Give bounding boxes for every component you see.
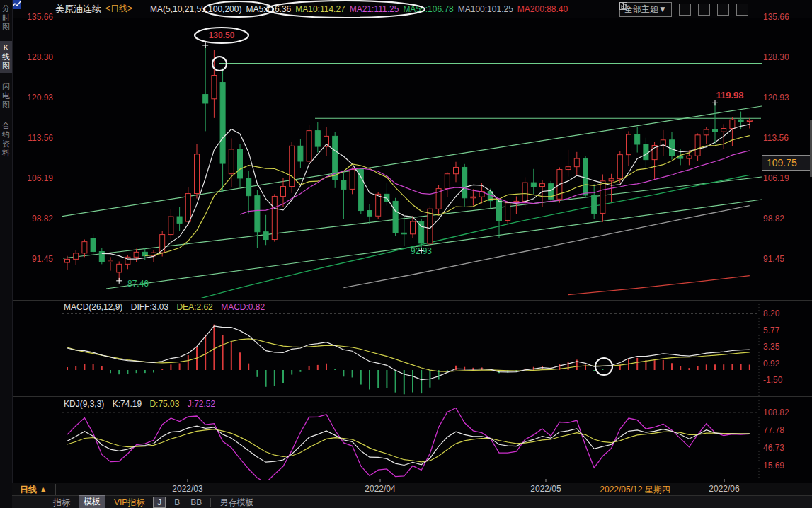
- ma100-value: MA100:101.25: [458, 4, 513, 14]
- kdj-axis-label: 15.69: [763, 461, 784, 471]
- sidebar-item-kline[interactable]: K线图: [0, 41, 12, 73]
- macd-axis-label: 0.92: [763, 359, 779, 369]
- price-axis-label-left: 98.82: [11, 214, 53, 224]
- sidebar-item-timeshare[interactable]: 分时图: [0, 2, 12, 34]
- candle-body: [99, 252, 104, 262]
- candle-body: [195, 154, 200, 194]
- macd-axis-label: -1.50: [763, 375, 782, 385]
- ma-settings-label: MA(5,10,21,55,100,200): [150, 4, 241, 14]
- kdj-j-value: J:72.52: [188, 399, 215, 409]
- macd-diff-value: DIFF:3.03: [131, 302, 168, 312]
- tab-b[interactable]: B: [172, 497, 182, 507]
- ma21-value: MA21:111.25: [350, 4, 399, 14]
- macd-header: MACD(26,12,9) DIFF:3.03 DEA:2.62 MACD:0.…: [64, 302, 265, 312]
- tab-bb[interactable]: BB: [188, 497, 204, 507]
- kdj-panel[interactable]: [62, 408, 757, 483]
- app-window: 130.50119.9887.4692.93 分时图 K线图 闪电图 合约资料 …: [0, 0, 812, 508]
- price-annotation: 119.98: [716, 90, 743, 100]
- tab-indicators[interactable]: 指标: [51, 497, 72, 508]
- price-axis-label-right: 106.19: [763, 173, 789, 183]
- candle-body: [471, 197, 476, 198]
- candle-body: [212, 76, 217, 99]
- candle-body: [454, 167, 459, 173]
- candle-body: [505, 203, 510, 221]
- ma200-value: MA200:88.40: [517, 4, 568, 14]
- candle-body: [627, 134, 631, 155]
- macd-params: MACD(26,12,9): [64, 302, 122, 312]
- tab-template[interactable]: 模板: [79, 495, 105, 508]
- x-axis-zoom-icon[interactable]: [717, 4, 729, 16]
- price-annotation: 130.50: [209, 30, 235, 40]
- sidebar-item-contract-info[interactable]: 合约资料: [0, 119, 12, 160]
- date-tick: 2022/05: [530, 484, 561, 494]
- indicator-line: [67, 339, 750, 371]
- candle-body: [134, 252, 139, 257]
- candle-body: [82, 242, 87, 253]
- candle-body: [583, 158, 588, 195]
- trendline: [60, 106, 762, 217]
- period-selector[interactable]: 日线 ▲: [20, 484, 47, 496]
- date-tick: 2022/03: [172, 484, 202, 494]
- macd-axis-label: 3.35: [763, 342, 779, 352]
- indicator-line: [67, 429, 750, 462]
- indicator-line: [67, 408, 750, 483]
- ma-line-MA100: [343, 206, 749, 288]
- y-axis-zoom-icon[interactable]: [698, 4, 710, 16]
- candle-body: [220, 83, 225, 163]
- price-axis-label-left: 120.93: [11, 93, 53, 103]
- period-label[interactable]: <日线>: [105, 3, 132, 15]
- candle-body: [600, 181, 605, 214]
- kdj-k-value: K:74.19: [113, 399, 142, 409]
- candle-body: [203, 95, 208, 103]
- ma5-value: MA5:116.36: [246, 4, 291, 14]
- pan-move-icon[interactable]: [679, 4, 691, 16]
- tab-save-template[interactable]: 另存模板: [217, 497, 256, 508]
- chart-canvas[interactable]: 130.50119.9887.4692.93: [0, 0, 812, 508]
- candle-body: [747, 120, 752, 122]
- bottom-tabs-row: 指标 模板 VIP指标 J B BB 另存模板: [12, 495, 812, 508]
- macd-axis-label: 5.77: [763, 325, 779, 335]
- price-axis-label-right: 113.56: [763, 133, 789, 143]
- candle-body: [462, 167, 467, 197]
- indicator-line: [67, 426, 750, 465]
- price-annotation: 92.93: [411, 246, 432, 256]
- candle-body: [246, 178, 251, 196]
- candle-body: [367, 211, 372, 217]
- shift-right-icon[interactable]: [736, 4, 748, 16]
- kdj-axis-label: 108.82: [763, 408, 789, 417]
- tab-vip-indicators[interactable]: VIP指标: [112, 497, 147, 508]
- candle-body: [687, 156, 692, 158]
- candle-body: [531, 183, 536, 186]
- candle-body: [65, 259, 70, 262]
- candle-body: [168, 217, 173, 235]
- candle-body: [721, 129, 726, 132]
- candle-body: [350, 170, 355, 190]
- all-themes-button[interactable]: 全部主题▼: [619, 2, 672, 17]
- price-axis-label-left: 135.66: [11, 12, 53, 22]
- kdj-axis-label: 77.78: [763, 425, 784, 435]
- kdj-axis-label: 46.73: [763, 443, 784, 453]
- macd-panel[interactable]: [62, 314, 757, 395]
- candle-body: [704, 129, 709, 135]
- candle-body: [445, 174, 450, 189]
- tab-j[interactable]: J: [153, 497, 166, 508]
- candle-body: [281, 187, 286, 197]
- price-axis-label-right: 98.82: [763, 214, 784, 224]
- macd-dea-value: DEA:2.62: [176, 302, 212, 312]
- candle-body: [358, 170, 363, 211]
- candle-body: [695, 135, 700, 156]
- price-axis-label-left: 128.30: [11, 52, 53, 62]
- left-sidebar: 分时图 K线图 闪电图 合约资料: [0, 0, 13, 508]
- date-axis-divider: [55, 484, 56, 495]
- candle-body: [341, 180, 346, 189]
- candle-body: [617, 155, 622, 179]
- candle-body: [592, 195, 597, 214]
- main-price-panel[interactable]: 130.50119.9887.4692.93: [60, 30, 762, 304]
- toolbar-right-group: 全部主题▼: [619, 2, 753, 17]
- price-axis-label-left: 113.56: [11, 133, 53, 143]
- candle-body: [272, 196, 277, 239]
- kline-icon[interactable]: [137, 4, 146, 13]
- sidebar-item-flash[interactable]: 闪电图: [0, 80, 12, 112]
- date-axis-row: 日线 ▲ 2022/032022/042022/052022/05/12 星期四…: [12, 483, 812, 496]
- candle-body: [307, 131, 311, 161]
